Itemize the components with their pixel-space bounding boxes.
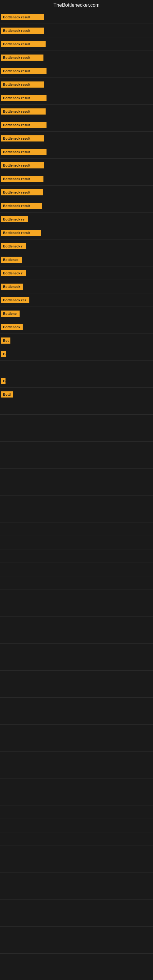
bottleneck-row: Bottlenec — [0, 253, 153, 266]
empty-row — [0, 873, 153, 886]
bottleneck-badge[interactable]: Bottlene — [1, 310, 19, 317]
bottleneck-badge[interactable]: B — [1, 378, 5, 384]
empty-row — [0, 751, 153, 765]
empty-row — [0, 522, 153, 536]
bottleneck-row: Bottleneck — [0, 280, 153, 293]
bottleneck-row: B — [0, 347, 153, 361]
empty-row — [0, 563, 153, 576]
bottleneck-badge[interactable]: Bottleneck — [1, 324, 22, 330]
bottleneck-row: Bottleneck result — [0, 10, 153, 24]
bottleneck-row: Bottleneck result — [0, 91, 153, 105]
bottleneck-row: Bottleneck result — [0, 105, 153, 118]
bottleneck-row: Bottl — [0, 388, 153, 401]
bottleneck-badge[interactable]: Bottleneck result — [1, 41, 46, 47]
empty-row — [0, 927, 153, 940]
bottleneck-badge[interactable]: Bottleneck — [1, 283, 23, 290]
bottleneck-row: Bottleneck res — [0, 293, 153, 307]
bottleneck-badge[interactable]: Bot — [1, 337, 10, 344]
bottleneck-row: Bottleneck re — [0, 213, 153, 226]
empty-row — [0, 495, 153, 509]
empty-row — [0, 630, 153, 644]
bottleneck-row — [0, 401, 153, 415]
bottleneck-row: Bottleneck result — [0, 199, 153, 213]
empty-row — [0, 509, 153, 522]
empty-row — [0, 536, 153, 549]
empty-row — [0, 644, 153, 657]
bottleneck-row: Bottleneck result — [0, 172, 153, 186]
empty-row — [0, 711, 153, 725]
empty-row — [0, 576, 153, 590]
empty-row — [0, 590, 153, 603]
empty-row — [0, 886, 153, 900]
empty-row — [0, 617, 153, 630]
bottleneck-badge[interactable]: Bottleneck result — [1, 81, 44, 88]
bottleneck-badge[interactable]: Bottleneck res — [1, 297, 29, 303]
empty-row — [0, 455, 153, 469]
bottleneck-badge[interactable]: Bottleneck r — [1, 270, 26, 276]
bottleneck-row: Bottleneck result — [0, 145, 153, 159]
bottleneck-row: Bottleneck result — [0, 64, 153, 78]
empty-row — [0, 846, 153, 859]
bottleneck-badge[interactable]: Bottleneck result — [1, 122, 46, 128]
bottleneck-row: Bottleneck result — [0, 132, 153, 145]
empty-row — [0, 819, 153, 832]
empty-row — [0, 778, 153, 792]
bottleneck-container: Bottleneck resultBottleneck resultBottle… — [0, 10, 153, 954]
bottleneck-badge[interactable]: Bottleneck result — [1, 135, 44, 142]
bottleneck-badge[interactable]: Bottleneck result — [1, 27, 44, 34]
bottleneck-badge[interactable]: Bottlenec — [1, 257, 22, 263]
bottleneck-row: B — [0, 374, 153, 388]
bottleneck-badge[interactable]: Bottleneck result — [1, 108, 46, 115]
bottleneck-row: Bottleneck result — [0, 24, 153, 37]
bottleneck-row: Bottleneck result — [0, 226, 153, 240]
bottleneck-row: Bottleneck r — [0, 266, 153, 280]
empty-row — [0, 698, 153, 711]
bottleneck-badge[interactable]: Bottleneck re — [1, 216, 28, 222]
empty-row — [0, 832, 153, 846]
bottleneck-row: Bottleneck result — [0, 78, 153, 91]
bottleneck-row: Bottleneck — [0, 320, 153, 334]
bottleneck-badge[interactable]: Bottleneck result — [1, 68, 46, 74]
bottleneck-row: Bottleneck result — [0, 159, 153, 172]
empty-row — [0, 428, 153, 442]
bottleneck-badge[interactable]: Bottleneck result — [1, 14, 44, 20]
empty-row — [0, 738, 153, 751]
empty-row — [0, 859, 153, 873]
bottleneck-row — [0, 361, 153, 374]
bottleneck-badge[interactable]: Bottleneck result — [1, 203, 42, 209]
bottleneck-badge[interactable]: Bottleneck r — [1, 243, 26, 249]
empty-row — [0, 657, 153, 671]
empty-row — [0, 765, 153, 778]
bottleneck-badge[interactable]: Bottleneck result — [1, 162, 44, 169]
empty-row — [0, 913, 153, 927]
empty-row — [0, 900, 153, 913]
empty-row — [0, 940, 153, 954]
bottleneck-badge[interactable]: Bottl — [1, 391, 13, 398]
bottleneck-badge[interactable]: Bottleneck result — [1, 149, 46, 155]
bottleneck-badge[interactable]: B — [1, 351, 6, 357]
bottleneck-badge[interactable]: Bottleneck result — [1, 230, 41, 236]
bottleneck-badge[interactable]: Bottleneck result — [1, 176, 43, 182]
bottleneck-badge[interactable]: Bottleneck result — [1, 95, 46, 101]
empty-row — [0, 442, 153, 455]
empty-row — [0, 549, 153, 563]
site-title: TheBottlenecker.com — [0, 0, 153, 10]
bottleneck-row: Bottleneck result — [0, 51, 153, 64]
empty-row — [0, 482, 153, 495]
bottleneck-row: Bottleneck r — [0, 240, 153, 253]
empty-row — [0, 671, 153, 684]
bottleneck-row: Bottlene — [0, 307, 153, 320]
bottleneck-row: Bottleneck result — [0, 118, 153, 132]
empty-row — [0, 684, 153, 698]
empty-row — [0, 415, 153, 428]
empty-row — [0, 603, 153, 617]
bottleneck-row: Bottleneck result — [0, 37, 153, 51]
empty-row — [0, 805, 153, 819]
empty-row — [0, 792, 153, 805]
bottleneck-row: Bot — [0, 334, 153, 347]
bottleneck-badge[interactable]: Bottleneck result — [1, 189, 43, 196]
bottleneck-badge[interactable]: Bottleneck result — [1, 54, 43, 60]
bottleneck-row: Bottleneck result — [0, 186, 153, 199]
empty-row — [0, 469, 153, 482]
empty-row — [0, 725, 153, 738]
